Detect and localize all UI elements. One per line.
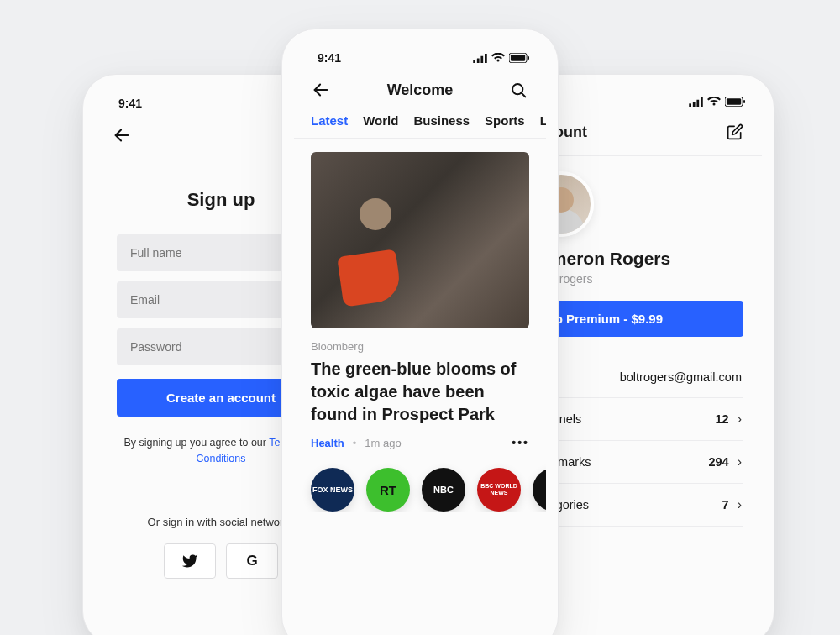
svg-rect-7 bbox=[528, 56, 529, 60]
account-email-row[interactable]: boltrogers@gmail.com bbox=[528, 357, 743, 398]
battery-icon bbox=[725, 97, 745, 107]
channel-more[interactable] bbox=[533, 468, 546, 512]
tab-world[interactable]: World bbox=[363, 113, 398, 128]
back-button[interactable] bbox=[311, 80, 331, 100]
twitter-icon bbox=[181, 553, 198, 569]
svg-rect-13 bbox=[696, 99, 699, 106]
account-email: boltrogers@gmail.com bbox=[620, 370, 742, 384]
status-bar: 9:41 bbox=[294, 41, 546, 71]
svg-line-10 bbox=[522, 92, 526, 97]
svg-rect-3 bbox=[480, 55, 483, 62]
conditions-link[interactable]: Conditions bbox=[196, 453, 245, 464]
phone-feed: 9:41 Welcome Latest World Business Sport… bbox=[281, 29, 559, 635]
google-login-button[interactable]: G bbox=[226, 543, 278, 579]
svg-rect-14 bbox=[701, 97, 703, 107]
channel-bbc[interactable]: BBC WORLD NEWS bbox=[477, 468, 521, 512]
svg-rect-11 bbox=[689, 103, 691, 107]
tab-business[interactable]: Business bbox=[413, 113, 470, 128]
article-card[interactable]: Bloomberg The green-blue blooms of toxic… bbox=[294, 139, 546, 449]
twitter-login-button[interactable] bbox=[164, 543, 216, 579]
svg-rect-4 bbox=[485, 54, 487, 63]
tab-life[interactable]: Life bbox=[540, 113, 546, 128]
svg-rect-2 bbox=[477, 58, 480, 63]
search-icon bbox=[510, 81, 528, 99]
arrow-left-icon bbox=[312, 81, 330, 99]
status-icons bbox=[473, 53, 529, 63]
account-name: Cameron Rogers bbox=[528, 249, 743, 269]
article-time: 1m ago bbox=[365, 437, 401, 449]
edit-button[interactable] bbox=[725, 122, 745, 142]
chevron-right-icon: › bbox=[738, 497, 742, 512]
svg-rect-6 bbox=[511, 55, 525, 61]
account-handle: @boltrogers bbox=[528, 272, 743, 286]
tab-latest[interactable]: Latest bbox=[311, 113, 348, 128]
status-time: 9:41 bbox=[318, 51, 341, 65]
article-category[interactable]: Health bbox=[311, 437, 344, 449]
svg-rect-16 bbox=[727, 98, 741, 105]
article-more-button[interactable]: ••• bbox=[512, 436, 529, 449]
channel-fox[interactable]: FOX NEWS bbox=[311, 468, 354, 512]
article-image bbox=[311, 152, 529, 328]
channel-list: FOX NEWS RT NBC BBC WORLD NEWS bbox=[294, 449, 546, 512]
category-tabs: Latest World Business Sports Life bbox=[294, 112, 546, 139]
search-button[interactable] bbox=[509, 80, 529, 100]
premium-button[interactable]: Go Premium - $9.99 bbox=[528, 301, 743, 337]
signal-icon bbox=[689, 97, 703, 107]
status-icons bbox=[689, 97, 745, 107]
tab-sports[interactable]: Sports bbox=[485, 113, 525, 128]
google-icon: G bbox=[246, 553, 257, 569]
back-button[interactable] bbox=[112, 125, 132, 145]
wifi-icon bbox=[491, 53, 505, 63]
article-source: Bloomberg bbox=[311, 340, 529, 353]
wifi-icon bbox=[707, 97, 721, 107]
svg-rect-17 bbox=[743, 100, 745, 103]
account-categories-row[interactable]: Categories 7› bbox=[528, 484, 743, 527]
article-title: The green-blue blooms of toxic algae hav… bbox=[311, 358, 529, 426]
edit-icon bbox=[727, 123, 743, 140]
status-time: 9:41 bbox=[118, 97, 142, 110]
account-channels-row[interactable]: Channels 12› bbox=[528, 398, 743, 441]
battery-icon bbox=[509, 53, 529, 63]
svg-rect-12 bbox=[693, 102, 696, 107]
arrow-left-icon bbox=[113, 126, 131, 144]
chevron-right-icon: › bbox=[738, 412, 742, 427]
account-bookmarks-row[interactable]: Bookmarks 294› bbox=[528, 441, 743, 484]
header: Welcome bbox=[294, 71, 546, 112]
page-title: Welcome bbox=[387, 81, 454, 99]
channel-nbc[interactable]: NBC bbox=[422, 468, 465, 512]
channel-rt[interactable]: RT bbox=[366, 468, 410, 512]
chevron-right-icon: › bbox=[738, 454, 742, 470]
